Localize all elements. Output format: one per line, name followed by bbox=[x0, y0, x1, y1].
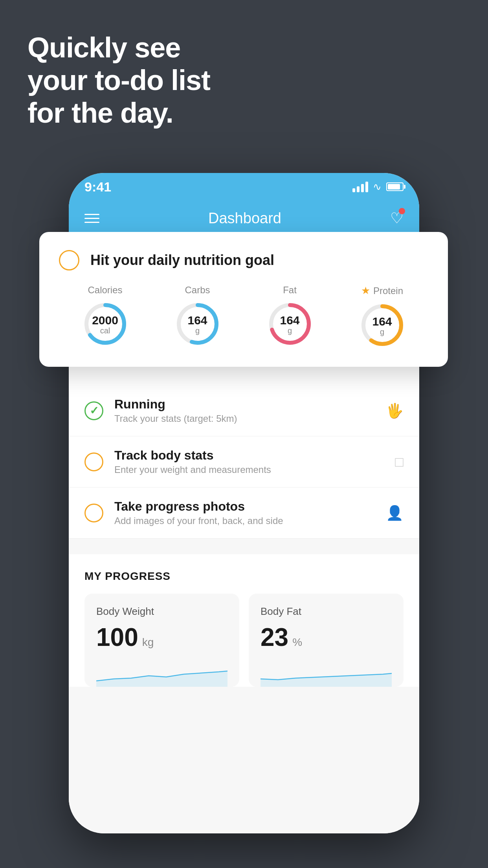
fat-value: 164 bbox=[280, 314, 299, 327]
hero-line2: your to-do list bbox=[28, 64, 210, 97]
todo-subtitle-running: Track your stats (target: 5km) bbox=[114, 413, 386, 424]
carbs-donut: 164 g bbox=[174, 300, 221, 348]
protein-value: 164 bbox=[372, 315, 392, 328]
body-fat-card[interactable]: Body Fat 23 % bbox=[249, 594, 404, 687]
body-fat-unit: % bbox=[292, 636, 302, 649]
menu-button[interactable] bbox=[84, 214, 99, 223]
calories-label: Calories bbox=[88, 285, 122, 296]
body-weight-number: 100 bbox=[96, 625, 138, 650]
todo-subtitle-body-stats: Enter your weight and measurements bbox=[114, 464, 395, 475]
star-icon: ★ bbox=[361, 285, 370, 297]
fat-unit: g bbox=[280, 327, 299, 335]
protein-unit: g bbox=[372, 328, 392, 336]
status-time: 9:41 bbox=[84, 179, 111, 195]
body-weight-card[interactable]: Body Weight 100 kg bbox=[84, 594, 239, 687]
todo-name-running: Running bbox=[114, 397, 386, 412]
body-weight-chart bbox=[96, 659, 227, 687]
nutrition-card-title: Hit your daily nutrition goal bbox=[90, 252, 274, 268]
carbs-label: Carbs bbox=[185, 285, 210, 296]
fat-donut: 164 g bbox=[266, 300, 314, 348]
status-icons: ∿ bbox=[352, 181, 404, 193]
status-bar: 9:41 ∿ bbox=[69, 173, 419, 200]
calories-donut: 2000 cal bbox=[82, 300, 129, 348]
body-weight-card-title: Body Weight bbox=[96, 605, 227, 618]
wifi-icon: ∿ bbox=[373, 181, 382, 193]
todo-check-body-stats[interactable] bbox=[84, 452, 103, 471]
carbs-unit: g bbox=[187, 327, 207, 335]
nutrition-card-header: Hit your daily nutrition goal bbox=[59, 250, 428, 270]
protein-donut: 164 g bbox=[359, 302, 406, 349]
nutrition-carbs: Carbs 164 g bbox=[174, 285, 221, 348]
protein-label: Protein bbox=[373, 285, 403, 296]
todo-name-body-stats: Track body stats bbox=[114, 448, 395, 463]
calories-unit: cal bbox=[92, 327, 118, 335]
signal-icon bbox=[352, 181, 368, 192]
todo-text-running: Running Track your stats (target: 5km) bbox=[114, 397, 386, 424]
todo-check-running[interactable]: ✓ bbox=[84, 401, 103, 420]
scale-icon: □ bbox=[395, 454, 404, 470]
calories-value: 2000 bbox=[92, 314, 118, 327]
todo-check-photos[interactable] bbox=[84, 504, 103, 522]
todo-text-body-stats: Track body stats Enter your weight and m… bbox=[114, 448, 395, 475]
nutrition-check-circle[interactable] bbox=[59, 250, 79, 270]
notification-dot bbox=[399, 208, 405, 214]
checkmark-icon: ✓ bbox=[90, 404, 99, 417]
nutrition-protein: ★ Protein 164 g bbox=[359, 285, 406, 349]
todo-subtitle-photos: Add images of your front, back, and side bbox=[114, 515, 386, 526]
body-fat-number: 23 bbox=[261, 625, 288, 650]
nutrition-row: Calories 2000 cal Carbs bbox=[59, 285, 428, 349]
hero-line1: Quickly see bbox=[28, 31, 210, 64]
body-weight-value-row: 100 kg bbox=[96, 625, 227, 650]
body-weight-unit: kg bbox=[142, 636, 154, 649]
todo-item-running[interactable]: ✓ Running Track your stats (target: 5km)… bbox=[69, 385, 419, 436]
nutrition-calories: Calories 2000 cal bbox=[82, 285, 129, 348]
progress-cards: Body Weight 100 kg Body Fat bbox=[84, 594, 404, 687]
todo-item-body-stats[interactable]: Track body stats Enter your weight and m… bbox=[69, 436, 419, 487]
photo-icon: 👤 bbox=[386, 505, 404, 521]
body-fat-value-row: 23 % bbox=[261, 625, 392, 650]
progress-section: MY PROGRESS Body Weight 100 kg bbox=[69, 554, 419, 687]
header-title: Dashboard bbox=[208, 210, 281, 227]
protein-label-row: ★ Protein bbox=[361, 285, 403, 297]
todo-name-photos: Take progress photos bbox=[114, 499, 386, 514]
fat-label: Fat bbox=[283, 285, 297, 296]
body-fat-card-title: Body Fat bbox=[261, 605, 392, 618]
progress-title: MY PROGRESS bbox=[84, 570, 404, 583]
nutrition-fat: Fat 164 g bbox=[266, 285, 314, 348]
nutrition-card: Hit your daily nutrition goal Calories 2… bbox=[39, 232, 448, 367]
running-icon: 🖐 bbox=[386, 403, 404, 419]
hero-line3: for the day. bbox=[28, 97, 210, 129]
app-header: Dashboard ♡ bbox=[69, 200, 419, 236]
hero-text: Quickly see your to-do list for the day. bbox=[28, 31, 210, 129]
todo-item-photos[interactable]: Take progress photos Add images of your … bbox=[69, 487, 419, 539]
todo-text-photos: Take progress photos Add images of your … bbox=[114, 499, 386, 526]
battery-icon bbox=[386, 182, 404, 191]
carbs-value: 164 bbox=[187, 314, 207, 327]
body-fat-chart bbox=[261, 659, 392, 687]
notification-bell[interactable]: ♡ bbox=[390, 210, 404, 227]
